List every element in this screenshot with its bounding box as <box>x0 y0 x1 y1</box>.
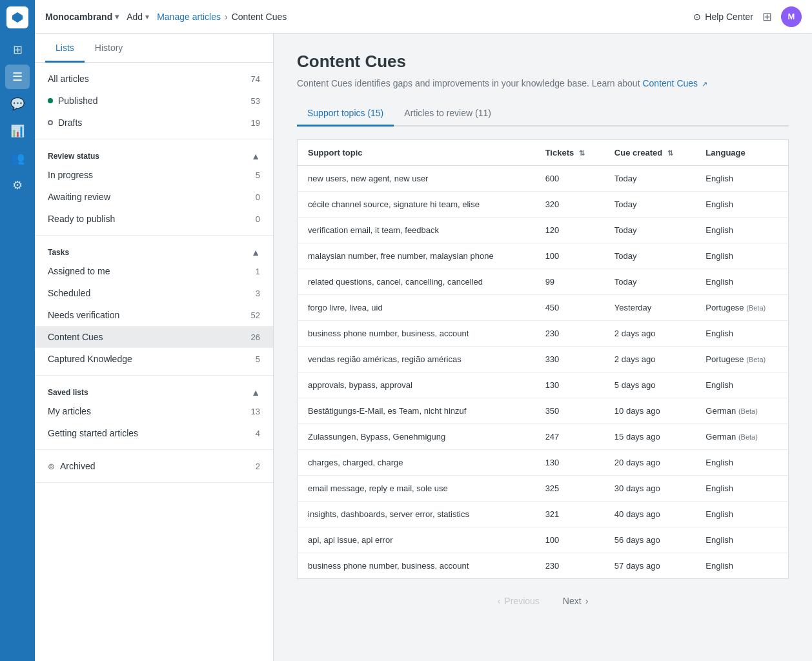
needs-verification-label: Needs verification <box>48 310 119 320</box>
sidebar-item-archived[interactable]: ⊚ Archived 2 <box>35 455 273 477</box>
review-status-section: Review status ▲ In progress 5 Awaiting r… <box>35 139 273 236</box>
breadcrumb: Manage articles › Content Cues <box>157 12 685 22</box>
sidebar-item-needs-verification[interactable]: Needs verification 52 <box>35 304 273 326</box>
cell-cue-created: 30 days ago <box>604 476 696 502</box>
sidebar-item-published[interactable]: Published 53 <box>35 90 273 112</box>
tab-lists[interactable]: Lists <box>45 34 85 63</box>
saved-lists-header[interactable]: Saved lists ▲ <box>35 381 273 400</box>
cell-tickets: 100 <box>535 243 604 269</box>
reports-icon[interactable]: 📊 <box>5 119 30 143</box>
cell-topic: business phone number, business, account <box>298 553 535 579</box>
table-body: new users, new agent, new user 600 Today… <box>298 166 789 579</box>
captured-knowledge-label: Captured Knowledge <box>48 354 132 364</box>
cell-cue-created: 15 days ago <box>604 424 696 450</box>
cell-cue-created: Yesterday <box>604 295 696 321</box>
next-button[interactable]: Next › <box>556 592 594 610</box>
messages-icon[interactable]: 💬 <box>5 92 30 116</box>
col-language-label: Language <box>705 148 745 158</box>
sidebar-item-ready-to-publish[interactable]: Ready to publish 0 <box>35 208 273 230</box>
help-center-button[interactable]: ⊙ Help Center <box>693 12 753 22</box>
table-row[interactable]: related questions, cancel, cancelling, c… <box>298 269 789 295</box>
table-row[interactable]: verification email, it team, feedback 12… <box>298 218 789 243</box>
archived-label: Archived <box>60 461 95 471</box>
table-row[interactable]: Bestätigungs-E-Mail, es Team, nicht hinz… <box>298 398 789 424</box>
tasks-section: Tasks ▲ Assigned to me 1 Scheduled 3 <box>35 236 273 376</box>
brand-selector[interactable]: Monocambrand ▾ <box>45 12 119 22</box>
col-support-topic-label: Support topic <box>308 148 363 158</box>
sidebar-item-all-articles[interactable]: All articles 74 <box>35 68 273 90</box>
cell-language: English <box>695 243 788 269</box>
cell-topic: Zulassungen, Bypass, Genehmigung <box>298 424 535 450</box>
avatar[interactable]: M <box>781 6 802 27</box>
sidebar-item-assigned-to-me[interactable]: Assigned to me 1 <box>35 260 273 282</box>
cell-topic: vendas região américas, região américas <box>298 347 535 372</box>
table-row[interactable]: malaysian number, free number, malaysian… <box>298 243 789 269</box>
articles-icon[interactable]: ☰ <box>5 65 30 89</box>
sidebar-item-scheduled[interactable]: Scheduled 3 <box>35 282 273 304</box>
sidebar-item-getting-started[interactable]: Getting started articles 4 <box>35 422 273 444</box>
table-row[interactable]: new users, new agent, new user 600 Today… <box>298 166 789 192</box>
tab-history[interactable]: History <box>85 34 134 63</box>
sidebar-item-awaiting-review[interactable]: Awaiting review 0 <box>35 186 273 208</box>
col-cue-created-label: Cue created <box>614 148 662 158</box>
settings-icon[interactable]: ⚙ <box>5 173 30 198</box>
table-row[interactable]: Zulassungen, Bypass, Genehmigung 247 15 … <box>298 424 789 450</box>
pagination: ‹ Previous Next › <box>297 592 789 610</box>
cell-tickets: 450 <box>535 295 604 321</box>
app-logo[interactable] <box>6 6 28 28</box>
table-row[interactable]: business phone number, business, account… <box>298 321 789 347</box>
cell-cue-created: 5 days ago <box>604 372 696 398</box>
cell-topic: verification email, it team, feedback <box>298 218 535 243</box>
sidebar-item-in-progress[interactable]: In progress 5 <box>35 164 273 186</box>
sidebar-item-my-articles[interactable]: My articles 13 <box>35 400 273 422</box>
sidebar-item-content-cues[interactable]: Content Cues 26 <box>35 326 273 348</box>
brand-chevron-icon: ▾ <box>115 12 119 21</box>
tab-articles-to-review[interactable]: Articles to review (11) <box>394 101 502 127</box>
sidebar-item-drafts[interactable]: Drafts 19 <box>35 112 273 134</box>
cell-topic: malaysian number, free number, malaysian… <box>298 243 535 269</box>
cell-cue-created: 56 days ago <box>604 527 696 553</box>
saved-lists-toggle-icon: ▲ <box>251 387 260 398</box>
table-row[interactable]: forgo livre, livea, uid 450 Yesterday Po… <box>298 295 789 321</box>
review-status-header[interactable]: Review status ▲ <box>35 145 273 164</box>
page-title: Content Cues <box>297 52 789 72</box>
tab-support-topics[interactable]: Support topics (15) <box>297 101 394 127</box>
all-articles-label: All articles <box>48 74 89 84</box>
previous-button[interactable]: ‹ Previous <box>491 592 546 610</box>
saved-lists-section: Saved lists ▲ My articles 13 Getting sta… <box>35 376 273 450</box>
cell-language: English <box>695 502 788 527</box>
table-row[interactable]: approvals, bypass, approval 130 5 days a… <box>298 372 789 398</box>
in-progress-label: In progress <box>48 170 93 180</box>
main-content: Content Cues Content Cues identifies gap… <box>274 34 812 661</box>
tickets-sort-icon: ⇅ <box>579 149 585 157</box>
table-row[interactable]: vendas região américas, região américas … <box>298 347 789 372</box>
table-row[interactable]: api, api issue, api error 100 56 days ag… <box>298 527 789 553</box>
grid-icon[interactable]: ⊞ <box>762 10 772 24</box>
home-icon[interactable]: ⊞ <box>5 37 30 62</box>
breadcrumb-manage-articles[interactable]: Manage articles <box>157 12 221 22</box>
tasks-header[interactable]: Tasks ▲ <box>35 241 273 260</box>
people-icon[interactable]: 👥 <box>5 146 30 170</box>
cell-cue-created: 57 days ago <box>604 553 696 579</box>
add-menu[interactable]: Add ▾ <box>127 12 149 22</box>
cell-topic: cécile channel source, signature hi team… <box>298 192 535 218</box>
table-row[interactable]: cécile channel source, signature hi team… <box>298 192 789 218</box>
col-cue-created[interactable]: Cue created ⇅ <box>604 140 696 166</box>
cell-tickets: 321 <box>535 502 604 527</box>
col-tickets[interactable]: Tickets ⇅ <box>535 140 604 166</box>
tasks-label: Tasks <box>48 248 69 257</box>
review-status-toggle-icon: ▲ <box>251 151 260 161</box>
subtitle-link[interactable]: Content Cues <box>642 78 698 88</box>
assigned-to-me-count: 1 <box>256 267 260 276</box>
published-dot-icon <box>48 98 53 103</box>
table-row[interactable]: insights, dashboards, server error, stat… <box>298 502 789 527</box>
col-language: Language <box>695 140 788 166</box>
captured-knowledge-count: 5 <box>256 354 260 364</box>
table-row[interactable]: charges, charged, charge 130 20 days ago… <box>298 450 789 476</box>
archived-count: 2 <box>256 462 260 471</box>
table-row[interactable]: email message, reply e mail, sole use 32… <box>298 476 789 502</box>
icon-rail: ⊞ ☰ 💬 📊 👥 ⚙ <box>0 0 35 661</box>
sidebar-item-captured-knowledge[interactable]: Captured Knowledge 5 <box>35 348 273 370</box>
cell-cue-created: 10 days ago <box>604 398 696 424</box>
table-row[interactable]: business phone number, business, account… <box>298 553 789 579</box>
